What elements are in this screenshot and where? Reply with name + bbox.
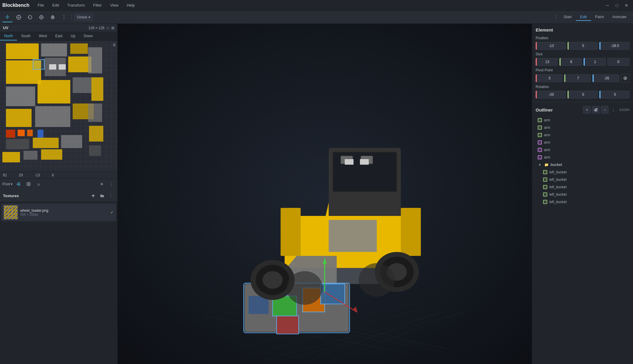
pivot-y[interactable] xyxy=(564,74,591,82)
outliner-item[interactable]: left_bucket 👁 ✕ xyxy=(536,169,629,176)
position-row xyxy=(536,42,629,50)
eye-btn[interactable]: 👁 xyxy=(617,185,622,189)
texture-item-wheel-loader[interactable]: wheel_loader.png 256 × 256px ✓ xyxy=(1,203,116,221)
outliner-item[interactable]: arm 👁 ✕ xyxy=(536,124,629,131)
folder-texture-btn[interactable] xyxy=(98,192,106,200)
expand-tool-btn[interactable] xyxy=(24,180,33,188)
move-tool-btn[interactable] xyxy=(2,12,13,22)
folder-icon: 📁 xyxy=(544,162,549,167)
outliner-item[interactable]: arm 👁 ✕ xyxy=(536,154,629,161)
menu-view[interactable]: View xyxy=(108,2,121,9)
tab-animate[interactable]: Animate xyxy=(608,13,631,21)
uv-close-btn[interactable]: X xyxy=(113,43,116,47)
rotation-y[interactable] xyxy=(567,91,598,98)
del-btn[interactable]: ✕ xyxy=(623,185,628,189)
textures-more[interactable]: ⋮ xyxy=(107,192,114,200)
svg-rect-50 xyxy=(277,316,299,334)
eye-btn[interactable]: 👁 xyxy=(617,140,622,145)
del-btn[interactable]: ✕ xyxy=(623,140,628,145)
size-x[interactable] xyxy=(536,58,558,66)
position-y-wrap xyxy=(567,42,598,50)
fill-tool-btn[interactable] xyxy=(14,180,23,188)
size-w-wrap xyxy=(607,58,629,66)
eye-btn[interactable]: 👁 xyxy=(617,148,622,152)
rotation-label: Rotation xyxy=(536,85,629,89)
del-btn[interactable]: ✕ xyxy=(623,125,628,130)
uv-tab-south[interactable]: South xyxy=(17,32,35,40)
outliner-item[interactable]: left_bucket 👁 ✕ xyxy=(536,191,629,198)
del-btn[interactable]: ✕ xyxy=(623,192,628,197)
menu-edit[interactable]: Edit xyxy=(50,2,61,9)
size-z[interactable] xyxy=(584,58,606,66)
more-tools-btn[interactable]: ⋮ xyxy=(59,12,69,22)
tab-start[interactable]: Start xyxy=(559,13,576,21)
uv-toolbar-more[interactable]: ⋮ xyxy=(108,181,115,188)
del-btn[interactable]: ✕ xyxy=(623,200,628,204)
eye-btn[interactable]: 👁 xyxy=(617,118,622,123)
pivot-target-btn[interactable] xyxy=(621,74,629,82)
target-tool-btn[interactable] xyxy=(36,12,46,22)
del-btn[interactable]: ✕ xyxy=(623,148,628,152)
del-btn[interactable]: ✕ xyxy=(623,155,628,160)
text-tool-btn[interactable]: A xyxy=(35,180,43,188)
uv-tab-north[interactable]: North xyxy=(0,32,17,40)
uv-canvas[interactable]: X xyxy=(0,41,117,172)
eye-btn[interactable]: 👁 xyxy=(617,200,622,204)
eye-btn[interactable]: 👁 xyxy=(617,192,622,197)
outliner-item[interactable]: arm 👁 ✕ xyxy=(536,131,629,139)
global-dropdown[interactable]: Global ▾ xyxy=(74,14,93,21)
del-btn[interactable]: ✕ xyxy=(623,118,628,123)
outliner-item[interactable]: left_bucket 👁 ✕ xyxy=(536,198,629,205)
tab-edit[interactable]: Edit xyxy=(576,13,591,21)
pixel-tool-label[interactable]: Pixel ▾ xyxy=(2,182,13,186)
outliner-add-group-btn[interactable] xyxy=(592,106,600,114)
menu-file[interactable]: File xyxy=(35,2,46,9)
outliner-group-bucket[interactable]: ▼ 📁 bucket 👁 ✕ xyxy=(536,161,629,168)
outliner-add-cube-btn[interactable]: + xyxy=(583,106,591,114)
menu-filter[interactable]: Filter xyxy=(91,2,104,9)
rotation-x[interactable] xyxy=(536,91,566,98)
eye-btn[interactable]: 👁 xyxy=(617,125,622,130)
outliner-item[interactable]: arm 👁 ✕ xyxy=(536,146,629,153)
del-btn[interactable]: ✕ xyxy=(623,162,628,167)
rotation-z[interactable] xyxy=(599,91,629,98)
size-y[interactable] xyxy=(559,58,581,66)
eye-btn[interactable]: 👁 xyxy=(617,155,622,160)
pivot-z[interactable] xyxy=(593,74,619,82)
del-btn[interactable]: ✕ xyxy=(623,177,628,182)
rotate-tool-btn[interactable] xyxy=(25,12,35,22)
eye-btn[interactable]: 👁 xyxy=(617,170,622,175)
position-z[interactable] xyxy=(599,42,629,50)
maximize-button[interactable]: □ xyxy=(613,1,621,10)
uv-tab-east[interactable]: East xyxy=(51,32,67,40)
menu-transform[interactable]: Transform xyxy=(65,2,87,9)
close-button[interactable]: ✕ xyxy=(622,1,631,10)
uv-tab-down[interactable]: Down xyxy=(79,32,97,40)
position-x[interactable] xyxy=(536,42,566,50)
del-btn[interactable]: ✕ xyxy=(623,133,628,137)
eye-btn[interactable]: 👁 xyxy=(617,162,622,167)
eye-btn[interactable]: 👁 xyxy=(617,133,622,137)
size-w[interactable] xyxy=(607,58,629,66)
pivot-tool-btn[interactable] xyxy=(48,12,58,22)
pivot-x[interactable] xyxy=(536,74,562,82)
outliner-item[interactable]: left_bucket 👁 ✕ xyxy=(536,176,629,183)
del-btn[interactable]: ✕ xyxy=(623,170,628,175)
eye-btn[interactable]: 👁 xyxy=(617,177,622,182)
outliner-remove-btn[interactable]: − xyxy=(601,106,609,114)
add-texture-btn[interactable] xyxy=(89,192,97,200)
mode-tabs-more[interactable]: ⋮ xyxy=(552,13,559,21)
viewport[interactable] xyxy=(118,24,532,364)
tab-paint[interactable]: Paint xyxy=(591,13,608,21)
minimize-button[interactable]: ─ xyxy=(603,1,612,10)
uv-tab-up[interactable]: Up xyxy=(67,32,79,40)
position-y[interactable] xyxy=(567,42,598,50)
uv-close-tool-btn[interactable]: ✕ xyxy=(98,180,106,188)
menu-help[interactable]: Help xyxy=(124,2,137,9)
outliner-item[interactable]: arm 👁 ✕ xyxy=(536,139,629,146)
outliner-more[interactable]: ⋮ xyxy=(610,106,617,113)
uv-tab-west[interactable]: West xyxy=(35,32,51,40)
outliner-item[interactable]: left_bucket 👁 ✕ xyxy=(536,183,629,191)
move-tool2-btn[interactable] xyxy=(14,12,24,22)
outliner-item[interactable]: arm 👁 ✕ xyxy=(536,117,629,124)
